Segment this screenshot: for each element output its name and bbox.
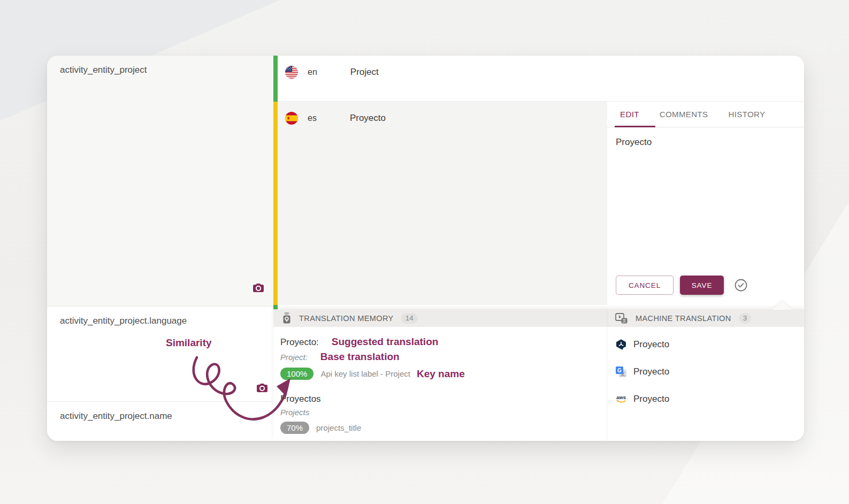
state-reviewed-green — [273, 56, 278, 102]
tm-key-name: Api key list label - Project — [320, 369, 410, 378]
annotation-base-translation: Base translation — [320, 351, 400, 363]
key-name-label: activity_entity_project.language — [47, 307, 273, 326]
state-translated-yellow — [273, 102, 278, 305]
annotation-similarity: Similarity — [166, 337, 212, 349]
tm-suggested-translation: Proyectos — [280, 394, 321, 404]
tm-suggestion-item[interactable]: Proyecto: Suggested translation Project:… — [280, 336, 607, 380]
tools-headers: TRANSLATION MEMORY 14 文 MACHINE TRANSLAT… — [273, 309, 804, 327]
screenshot-stage: activity_entity_project activity_entity_… — [0, 0, 849, 504]
screenshot-camera-icon[interactable] — [256, 381, 269, 394]
screenshot-camera-icon[interactable] — [252, 281, 265, 294]
tools-body: Proyecto: Suggested translation Project:… — [273, 327, 804, 441]
translation-state-bar — [273, 56, 278, 309]
key-row-project[interactable]: activity_entity_project — [47, 56, 273, 307]
editor-actions: CANCEL SAVE — [616, 276, 748, 295]
similarity-badge: 70% — [280, 422, 309, 434]
tab-comments[interactable]: COMMENTS — [660, 110, 708, 119]
active-tab-underline — [615, 126, 655, 127]
translation-cell-en[interactable]: en Project — [278, 56, 804, 102]
save-and-review-check-icon[interactable] — [734, 278, 748, 292]
translation-memory-icon — [281, 312, 292, 325]
google-translate-icon: 文 G — [615, 365, 628, 378]
mt-suggestion-item[interactable]: aws Proyecto — [615, 390, 804, 408]
tm-base-translation: Projects — [280, 408, 607, 417]
translation-cell-es[interactable]: es Proyecto — [278, 102, 607, 305]
tm-base-translation: Project: — [280, 353, 308, 362]
translation-text: Proyecto — [350, 112, 386, 125]
translation-memory-header: TRANSLATION MEMORY 14 — [273, 309, 607, 327]
language-code: es — [308, 112, 317, 125]
mt-translation-text: Proyecto — [633, 394, 669, 404]
us-flag-icon — [285, 66, 298, 79]
mt-translation-text: Proyecto — [633, 366, 669, 377]
translation-memory-list: Proyecto: Suggested translation Project:… — [273, 327, 607, 441]
key-row-project-language[interactable]: activity_entity_project.language — [47, 307, 273, 402]
tab-history[interactable]: HISTORY — [728, 110, 765, 119]
machine-translation-header: 文 MACHINE TRANSLATION 3 — [607, 309, 804, 327]
translation-memory-title: TRANSLATION MEMORY — [299, 314, 394, 323]
translation-memory-count: 14 — [401, 313, 418, 324]
translations-card: activity_entity_project activity_entity_… — [47, 56, 804, 441]
tm-suggestion-item[interactable]: Proyectos Projects 70% projects_title — [280, 394, 607, 434]
translation-tools-panel: TRANSLATION MEMORY 14 文 MACHINE TRANSLAT… — [273, 309, 804, 441]
annotation-suggested-translation: Suggested translation — [332, 336, 439, 348]
mt-translation-text: Proyecto — [633, 339, 669, 350]
machine-translation-list: Proyecto 文 G Proyecto aws — [607, 327, 804, 441]
language-code: en — [308, 66, 317, 79]
cancel-button[interactable]: CANCEL — [616, 276, 674, 295]
tools-panel-notch — [772, 301, 792, 310]
key-row-project-name[interactable]: activity_entity_project.name — [47, 402, 273, 441]
es-flag-icon — [285, 112, 298, 125]
key-name-label: activity_entity_project — [47, 56, 273, 75]
translation-text: Project — [350, 66, 379, 79]
state-reviewed-green — [273, 305, 278, 309]
key-name-label: activity_entity_project.name — [47, 402, 273, 422]
svg-text:文: 文 — [622, 318, 626, 323]
tm-suggested-translation: Proyecto: — [280, 337, 319, 348]
tab-edit[interactable]: EDIT — [620, 110, 639, 119]
svg-text:aws: aws — [616, 394, 626, 400]
svg-text:G: G — [617, 368, 622, 373]
translation-editor-input[interactable]: Proyecto — [607, 127, 804, 157]
translation-editor-panel: EDIT COMMENTS HISTORY Proyecto CANCEL SA… — [607, 102, 804, 305]
machine-translation-icon: 文 — [615, 312, 629, 325]
save-button[interactable]: SAVE — [680, 276, 724, 295]
annotation-key-name: Key name — [417, 368, 465, 380]
mt-suggestion-item[interactable]: 文 G Proyecto — [615, 363, 804, 381]
tm-key-name: projects_title — [316, 423, 361, 432]
machine-translation-title: MACHINE TRANSLATION — [636, 314, 731, 323]
aws-translate-icon: aws — [615, 393, 628, 406]
editor-tabbar: EDIT COMMENTS HISTORY — [607, 102, 804, 127]
similarity-badge: 100% — [280, 368, 313, 380]
machine-translation-count: 3 — [739, 313, 752, 324]
deepl-icon — [615, 338, 628, 351]
mt-suggestion-item[interactable]: Proyecto — [615, 335, 804, 354]
